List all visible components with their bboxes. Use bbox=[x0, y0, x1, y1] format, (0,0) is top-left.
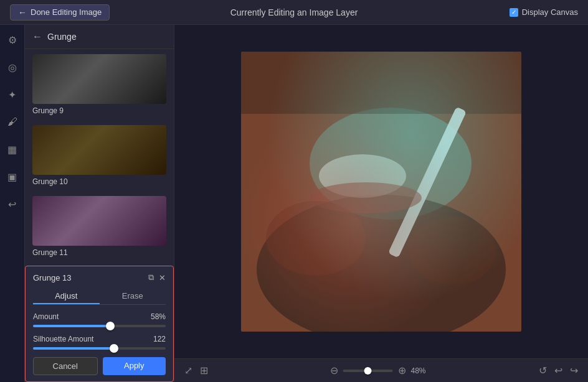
eye-icon[interactable]: ◎ bbox=[4, 58, 21, 76]
amount-slider-fill bbox=[33, 325, 110, 327]
apply-button[interactable]: Apply bbox=[103, 357, 166, 375]
done-button-label: Done Editing Image bbox=[31, 7, 102, 17]
amount-slider-thumb[interactable] bbox=[106, 322, 115, 330]
svg-rect-9 bbox=[241, 52, 521, 332]
image-icon[interactable]: ▣ bbox=[4, 168, 21, 185]
svg-rect-3 bbox=[241, 52, 521, 114]
silhouette-slider-track[interactable] bbox=[33, 347, 166, 350]
bottom-center: ⊖ ⊕ 48% bbox=[330, 365, 433, 376]
grunge11-label: Grunge 11 bbox=[32, 248, 166, 257]
svg-point-8 bbox=[409, 217, 496, 285]
brush-icon[interactable]: 🖌 bbox=[4, 113, 21, 131]
zoom-out-icon[interactable]: ⊖ bbox=[330, 365, 338, 376]
grid-icon[interactable]: ⊞ bbox=[200, 365, 208, 376]
svg-point-5 bbox=[319, 154, 406, 198]
back-arrow-icon: ← bbox=[18, 7, 27, 17]
effects-icon[interactable]: ✦ bbox=[4, 86, 21, 103]
list-item[interactable]: Grunge 10 bbox=[25, 120, 174, 191]
panel-title: Grunge bbox=[47, 32, 77, 42]
grunge9-label: Grunge 9 bbox=[32, 106, 166, 115]
expanded-panel: Grunge 13 ⧉ ✕ Adjust Erase Amount 58% bbox=[25, 266, 174, 382]
panel-header: ← Grunge bbox=[25, 25, 174, 49]
silhouette-label: Silhouette Amount bbox=[33, 335, 93, 343]
display-canvas-label: Display Canvas bbox=[522, 7, 578, 17]
panel-back-button[interactable]: ← bbox=[32, 31, 42, 42]
zoom-controls: ⊖ ⊕ 48% bbox=[330, 365, 433, 376]
zoom-in-icon[interactable]: ⊕ bbox=[398, 365, 406, 376]
expanded-panel-icons: ⧉ ✕ bbox=[148, 273, 166, 282]
bottom-left-icons: ⤢ ⊞ bbox=[184, 365, 208, 376]
list-item[interactable]: Grunge 9 bbox=[25, 49, 174, 120]
main-layout: ⚙ ◎ ✦ 🖌 ▦ ▣ ↩ ← Grunge Grunge 9 Grunge 1… bbox=[0, 25, 588, 382]
side-panel: ← Grunge Grunge 9 Grunge 10 Grunge 11 bbox=[25, 25, 174, 382]
silhouette-slider-thumb[interactable] bbox=[110, 344, 118, 353]
amount-value: 58% bbox=[151, 312, 166, 321]
panel-buttons: Cancel Apply bbox=[33, 357, 166, 375]
image-preview bbox=[241, 52, 521, 332]
zoom-slider-track[interactable] bbox=[343, 370, 393, 372]
page-title: Currently Editing an Image Layer bbox=[230, 7, 358, 17]
display-canvas-checkbox[interactable]: ✓ bbox=[510, 8, 518, 17]
undo-icon[interactable]: ↩ bbox=[554, 365, 562, 376]
list-item[interactable]: Grunge 11 bbox=[25, 191, 174, 262]
silhouette-slider-fill bbox=[33, 347, 114, 350]
svg-point-6 bbox=[310, 182, 422, 213]
bottom-bar: ⤢ ⊞ ⊖ ⊕ 48% ↺ ↩ ↪ bbox=[174, 358, 588, 382]
svg-point-1 bbox=[310, 108, 472, 220]
svg-point-2 bbox=[257, 195, 506, 332]
tab-erase[interactable]: Erase bbox=[100, 289, 166, 304]
redo-icon[interactable]: ↪ bbox=[570, 365, 578, 376]
check-icon: ✓ bbox=[511, 9, 516, 16]
svg-rect-4 bbox=[388, 106, 467, 258]
silhouette-label-row: Silhouette Amount 122 bbox=[33, 335, 166, 343]
silhouette-slider-row: Silhouette Amount 122 bbox=[33, 335, 166, 350]
amount-slider-row: Amount 58% bbox=[33, 312, 166, 327]
icon-bar: ⚙ ◎ ✦ 🖌 ▦ ▣ ↩ bbox=[0, 25, 25, 382]
tool-settings-icon[interactable]: ⚙ bbox=[4, 31, 21, 49]
tab-adjust[interactable]: Adjust bbox=[33, 289, 100, 304]
grunge9-thumb bbox=[32, 54, 166, 104]
image-svg bbox=[241, 52, 521, 332]
history-icon[interactable]: ↩ bbox=[4, 195, 21, 213]
cancel-button[interactable]: Cancel bbox=[33, 357, 98, 375]
amount-label: Amount bbox=[33, 312, 59, 321]
copy-panel-icon[interactable]: ⧉ bbox=[148, 273, 154, 282]
canvas-area: ⤢ ⊞ ⊖ ⊕ 48% ↺ ↩ ↪ bbox=[174, 25, 588, 382]
bottom-right-icons: ↺ ↩ ↪ bbox=[539, 365, 578, 376]
grunge10-thumb bbox=[32, 125, 166, 175]
grunge10-label: Grunge 10 bbox=[32, 177, 166, 186]
zoom-slider-thumb[interactable] bbox=[364, 367, 372, 375]
done-editing-button[interactable]: ← Done Editing Image bbox=[10, 4, 110, 21]
expanded-panel-title: Grunge 13 bbox=[33, 273, 71, 282]
refresh-icon[interactable]: ↺ bbox=[539, 365, 547, 376]
zoom-percent: 48% bbox=[411, 366, 433, 375]
svg-rect-0 bbox=[241, 52, 521, 332]
amount-label-row: Amount 58% bbox=[33, 312, 166, 321]
expanded-panel-header: Grunge 13 ⧉ ✕ bbox=[33, 273, 166, 282]
close-panel-icon[interactable]: ✕ bbox=[159, 273, 166, 282]
amount-slider-track[interactable] bbox=[33, 325, 166, 327]
layers-icon[interactable]: ▦ bbox=[4, 141, 21, 158]
top-bar: ← Done Editing Image Currently Editing a… bbox=[0, 0, 588, 25]
svg-point-7 bbox=[266, 201, 366, 276]
silhouette-value: 122 bbox=[153, 335, 166, 343]
expand-icon[interactable]: ⤢ bbox=[184, 365, 192, 376]
canvas-image bbox=[174, 25, 588, 358]
tabs-row: Adjust Erase bbox=[33, 289, 166, 305]
grunge11-thumb bbox=[32, 196, 166, 246]
display-canvas-control[interactable]: ✓ Display Canvas bbox=[510, 7, 578, 17]
